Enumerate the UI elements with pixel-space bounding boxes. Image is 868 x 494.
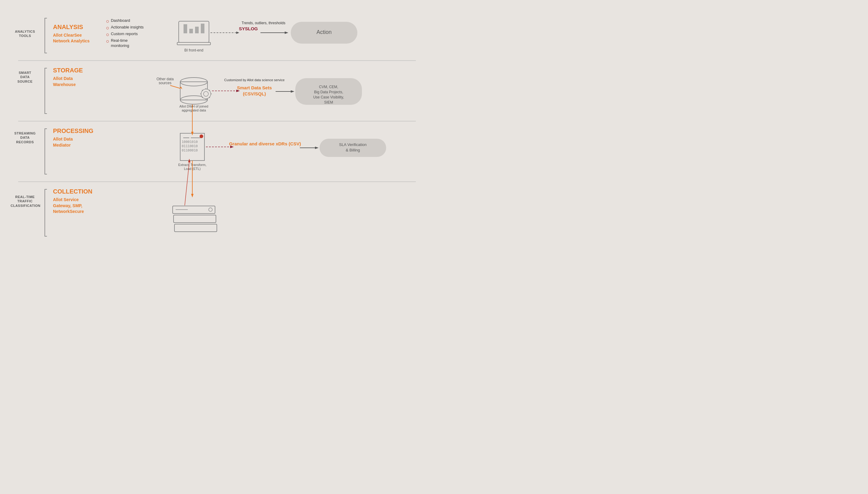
svg-marker-38 [236, 90, 240, 92]
svg-text:aggregated data: aggregated data [182, 109, 206, 112]
processing-subtitle: Allot DataMediator [53, 136, 103, 148]
svg-rect-70 [173, 206, 215, 213]
svg-text:Use Case Visibility,: Use Case Visibility, [313, 95, 344, 99]
svg-line-27 [202, 90, 203, 91]
label-realtime-traffic: REAL-TIMETRAFFICCLASSIFICATION [9, 195, 41, 208]
svg-text:Customized by Allot data scien: Customized by Allot data science service [224, 78, 284, 82]
svg-point-22 [204, 92, 208, 96]
label-streaming: STREAMINGDATARECORDS [9, 131, 41, 144]
svg-line-29 [209, 90, 210, 91]
diagram-container: BI front-end SYSLOG Trends, outliers, th… [0, 0, 434, 247]
category-storage: STORAGE Allot DataWarehouse [52, 66, 103, 88]
svg-rect-63 [320, 139, 386, 157]
svg-text:Big Data Projects,: Big Data Projects, [314, 90, 343, 94]
storage-title: STORAGE [53, 66, 103, 74]
svg-point-20 [180, 96, 208, 104]
svg-text:Allot DWH of joined: Allot DWH of joined [179, 104, 208, 108]
processing-title: PROCESSING [53, 127, 103, 134]
storage-subtitle: Allot DataWarehouse [53, 76, 103, 88]
svg-point-21 [201, 89, 211, 99]
bullet-actionable: ○ Actionable insights [106, 25, 156, 31]
category-collection: COLLECTION Allot ServiceGateway, SMP,Net… [52, 188, 103, 215]
svg-text:CVM, CEM,: CVM, CEM, [319, 85, 338, 89]
svg-text:10001010: 10001010 [182, 140, 198, 144]
analysis-bullets: ○ Dashboard ○ Actionable insights ○ Cust… [103, 18, 156, 50]
analysis-subtitle: Allot ClearSeeNetwork Analytics [53, 33, 103, 44]
svg-point-55 [199, 134, 203, 138]
svg-line-75 [185, 162, 189, 205]
svg-text:SLA Verification: SLA Verification [339, 142, 366, 147]
svg-rect-49 [180, 133, 205, 160]
svg-text:01110010: 01110010 [182, 144, 198, 148]
svg-text:sources: sources [159, 81, 171, 85]
svg-marker-43 [291, 90, 294, 93]
svg-line-35 [170, 86, 180, 89]
svg-marker-76 [188, 159, 191, 162]
svg-text:(CSV/SQL): (CSV/SQL) [243, 91, 266, 96]
row-processing: STREAMINGDATARECORDS PROCESSING Allot Da… [9, 127, 103, 148]
svg-line-28 [209, 97, 210, 98]
svg-text:Granular and diverse xDRs (CSV: Granular and diverse xDRs (CSV) [229, 141, 301, 146]
svg-point-18 [180, 78, 208, 86]
svg-text:SIEM: SIEM [324, 100, 333, 104]
svg-point-72 [209, 208, 212, 211]
collection-subtitle: Allot ServiceGateway, SMP,NetworkSecure [53, 197, 103, 215]
label-smart-data: SMARTDATASOURCE [9, 71, 41, 83]
bullet-custom-reports: ○ Custom reports [106, 32, 156, 37]
svg-text:01100010: 01100010 [182, 148, 198, 152]
svg-rect-19 [180, 82, 208, 100]
svg-text:Other data: Other data [157, 77, 174, 81]
bullet-realtime: ○ Real-timemonitoring [106, 38, 156, 49]
svg-text:& Billing: & Billing [346, 148, 360, 152]
svg-marker-69 [191, 132, 194, 135]
row-storage: SMARTDATASOURCE STORAGE Allot DataWareho… [9, 66, 103, 88]
svg-rect-73 [174, 215, 216, 223]
svg-text:Load (ETL): Load (ETL) [184, 167, 200, 171]
svg-text:Smart Data Sets: Smart Data Sets [237, 85, 272, 90]
svg-rect-44 [295, 78, 362, 105]
category-processing: PROCESSING Allot DataMediator [52, 127, 103, 148]
svg-text:Extract, Transform,: Extract, Transform, [178, 163, 207, 167]
svg-marker-59 [230, 146, 234, 148]
row-collection: REAL-TIMETRAFFICCLASSIFICATION COLLECTIO… [9, 188, 103, 215]
row-analysis: ANALYTICS TOOLS ANALYSIS Allot ClearSeeN… [9, 18, 425, 50]
svg-rect-74 [174, 224, 217, 232]
svg-marker-36 [180, 87, 182, 89]
category-analysis: ANALYSIS Allot ClearSeeNetwork Analytics [52, 23, 103, 44]
label-analytics-tools: ANALYTICS TOOLS [9, 30, 41, 38]
svg-marker-67 [191, 194, 194, 197]
svg-line-30 [202, 97, 203, 98]
svg-marker-62 [315, 147, 319, 149]
bullet-dashboard: ○ Dashboard [106, 18, 156, 24]
analysis-title: ANALYSIS [53, 23, 103, 31]
collection-title: COLLECTION [53, 188, 103, 195]
